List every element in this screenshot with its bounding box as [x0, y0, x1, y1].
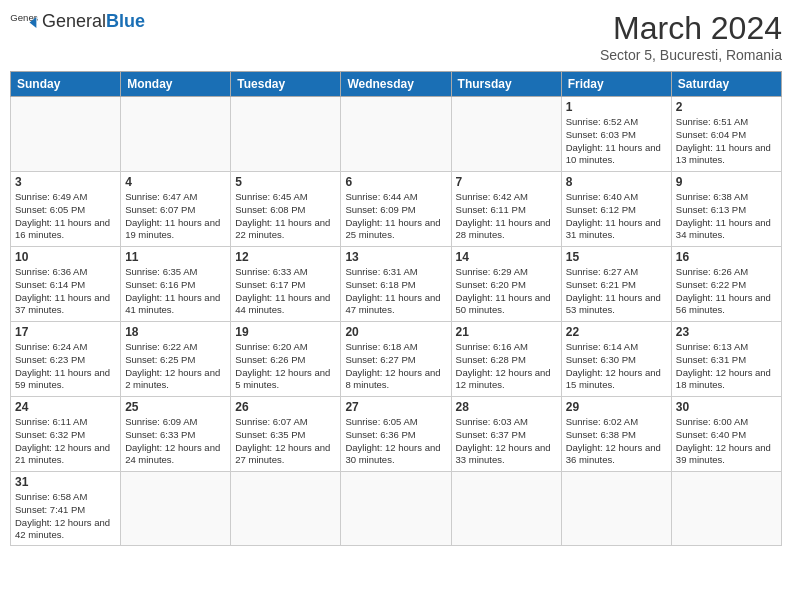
- day-info: Sunrise: 6:02 AM Sunset: 6:38 PM Dayligh…: [566, 416, 667, 467]
- calendar-week-row: 3Sunrise: 6:49 AM Sunset: 6:05 PM Daylig…: [11, 172, 782, 247]
- day-number: 14: [456, 250, 557, 264]
- day-info: Sunrise: 6:36 AM Sunset: 6:14 PM Dayligh…: [15, 266, 116, 317]
- day-info: Sunrise: 6:38 AM Sunset: 6:13 PM Dayligh…: [676, 191, 777, 242]
- day-header-wednesday: Wednesday: [341, 72, 451, 97]
- logo: General GeneralBlue: [10, 10, 145, 32]
- calendar-cell: [121, 472, 231, 546]
- calendar-table: SundayMondayTuesdayWednesdayThursdayFrid…: [10, 71, 782, 546]
- title-area: March 2024 Sector 5, Bucuresti, Romania: [600, 10, 782, 63]
- day-info: Sunrise: 6:33 AM Sunset: 6:17 PM Dayligh…: [235, 266, 336, 317]
- calendar-cell: 31Sunrise: 6:58 AM Sunset: 7:41 PM Dayli…: [11, 472, 121, 546]
- calendar-week-row: 24Sunrise: 6:11 AM Sunset: 6:32 PM Dayli…: [11, 397, 782, 472]
- day-info: Sunrise: 6:47 AM Sunset: 6:07 PM Dayligh…: [125, 191, 226, 242]
- day-number: 15: [566, 250, 667, 264]
- calendar-cell: [341, 472, 451, 546]
- calendar-cell: 28Sunrise: 6:03 AM Sunset: 6:37 PM Dayli…: [451, 397, 561, 472]
- calendar-cell: 8Sunrise: 6:40 AM Sunset: 6:12 PM Daylig…: [561, 172, 671, 247]
- day-number: 12: [235, 250, 336, 264]
- calendar-cell: 30Sunrise: 6:00 AM Sunset: 6:40 PM Dayli…: [671, 397, 781, 472]
- calendar-cell: 2Sunrise: 6:51 AM Sunset: 6:04 PM Daylig…: [671, 97, 781, 172]
- day-number: 9: [676, 175, 777, 189]
- day-number: 5: [235, 175, 336, 189]
- day-header-thursday: Thursday: [451, 72, 561, 97]
- day-info: Sunrise: 6:22 AM Sunset: 6:25 PM Dayligh…: [125, 341, 226, 392]
- day-info: Sunrise: 6:09 AM Sunset: 6:33 PM Dayligh…: [125, 416, 226, 467]
- day-number: 6: [345, 175, 446, 189]
- calendar-header-row: SundayMondayTuesdayWednesdayThursdayFrid…: [11, 72, 782, 97]
- calendar-cell: 7Sunrise: 6:42 AM Sunset: 6:11 PM Daylig…: [451, 172, 561, 247]
- day-number: 8: [566, 175, 667, 189]
- calendar-cell: 13Sunrise: 6:31 AM Sunset: 6:18 PM Dayli…: [341, 247, 451, 322]
- calendar-cell: 9Sunrise: 6:38 AM Sunset: 6:13 PM Daylig…: [671, 172, 781, 247]
- day-info: Sunrise: 6:11 AM Sunset: 6:32 PM Dayligh…: [15, 416, 116, 467]
- day-number: 23: [676, 325, 777, 339]
- calendar-week-row: 31Sunrise: 6:58 AM Sunset: 7:41 PM Dayli…: [11, 472, 782, 546]
- calendar-cell: 11Sunrise: 6:35 AM Sunset: 6:16 PM Dayli…: [121, 247, 231, 322]
- day-number: 24: [15, 400, 116, 414]
- day-header-tuesday: Tuesday: [231, 72, 341, 97]
- calendar-cell: 24Sunrise: 6:11 AM Sunset: 6:32 PM Dayli…: [11, 397, 121, 472]
- calendar-cell: 18Sunrise: 6:22 AM Sunset: 6:25 PM Dayli…: [121, 322, 231, 397]
- calendar-cell: 22Sunrise: 6:14 AM Sunset: 6:30 PM Dayli…: [561, 322, 671, 397]
- calendar-cell: 3Sunrise: 6:49 AM Sunset: 6:05 PM Daylig…: [11, 172, 121, 247]
- header: General GeneralBlue March 2024 Sector 5,…: [10, 10, 782, 63]
- day-info: Sunrise: 6:51 AM Sunset: 6:04 PM Dayligh…: [676, 116, 777, 167]
- calendar-cell: 4Sunrise: 6:47 AM Sunset: 6:07 PM Daylig…: [121, 172, 231, 247]
- calendar-cell: [561, 472, 671, 546]
- day-info: Sunrise: 6:27 AM Sunset: 6:21 PM Dayligh…: [566, 266, 667, 317]
- month-title: March 2024: [600, 10, 782, 47]
- day-header-sunday: Sunday: [11, 72, 121, 97]
- day-number: 2: [676, 100, 777, 114]
- day-info: Sunrise: 6:52 AM Sunset: 6:03 PM Dayligh…: [566, 116, 667, 167]
- calendar-cell: 27Sunrise: 6:05 AM Sunset: 6:36 PM Dayli…: [341, 397, 451, 472]
- day-number: 16: [676, 250, 777, 264]
- calendar-cell: 17Sunrise: 6:24 AM Sunset: 6:23 PM Dayli…: [11, 322, 121, 397]
- day-number: 25: [125, 400, 226, 414]
- calendar-cell: [671, 472, 781, 546]
- day-number: 19: [235, 325, 336, 339]
- day-number: 31: [15, 475, 116, 489]
- day-info: Sunrise: 6:42 AM Sunset: 6:11 PM Dayligh…: [456, 191, 557, 242]
- day-info: Sunrise: 6:35 AM Sunset: 6:16 PM Dayligh…: [125, 266, 226, 317]
- calendar-cell: 5Sunrise: 6:45 AM Sunset: 6:08 PM Daylig…: [231, 172, 341, 247]
- calendar-cell: 21Sunrise: 6:16 AM Sunset: 6:28 PM Dayli…: [451, 322, 561, 397]
- calendar-cell: 29Sunrise: 6:02 AM Sunset: 6:38 PM Dayli…: [561, 397, 671, 472]
- day-number: 30: [676, 400, 777, 414]
- day-number: 10: [15, 250, 116, 264]
- calendar-cell: 25Sunrise: 6:09 AM Sunset: 6:33 PM Dayli…: [121, 397, 231, 472]
- day-header-saturday: Saturday: [671, 72, 781, 97]
- calendar-week-row: 17Sunrise: 6:24 AM Sunset: 6:23 PM Dayli…: [11, 322, 782, 397]
- calendar-cell: 6Sunrise: 6:44 AM Sunset: 6:09 PM Daylig…: [341, 172, 451, 247]
- day-header-monday: Monday: [121, 72, 231, 97]
- day-number: 7: [456, 175, 557, 189]
- calendar-cell: [451, 472, 561, 546]
- calendar-cell: 10Sunrise: 6:36 AM Sunset: 6:14 PM Dayli…: [11, 247, 121, 322]
- day-number: 17: [15, 325, 116, 339]
- day-header-friday: Friday: [561, 72, 671, 97]
- calendar-cell: 14Sunrise: 6:29 AM Sunset: 6:20 PM Dayli…: [451, 247, 561, 322]
- calendar-cell: [231, 472, 341, 546]
- day-number: 22: [566, 325, 667, 339]
- day-info: Sunrise: 6:44 AM Sunset: 6:09 PM Dayligh…: [345, 191, 446, 242]
- day-number: 28: [456, 400, 557, 414]
- day-info: Sunrise: 6:49 AM Sunset: 6:05 PM Dayligh…: [15, 191, 116, 242]
- calendar-cell: 1Sunrise: 6:52 AM Sunset: 6:03 PM Daylig…: [561, 97, 671, 172]
- day-number: 27: [345, 400, 446, 414]
- day-info: Sunrise: 6:45 AM Sunset: 6:08 PM Dayligh…: [235, 191, 336, 242]
- day-number: 4: [125, 175, 226, 189]
- day-info: Sunrise: 6:05 AM Sunset: 6:36 PM Dayligh…: [345, 416, 446, 467]
- day-number: 20: [345, 325, 446, 339]
- day-info: Sunrise: 6:31 AM Sunset: 6:18 PM Dayligh…: [345, 266, 446, 317]
- calendar-cell: 16Sunrise: 6:26 AM Sunset: 6:22 PM Dayli…: [671, 247, 781, 322]
- calendar-cell: 20Sunrise: 6:18 AM Sunset: 6:27 PM Dayli…: [341, 322, 451, 397]
- day-info: Sunrise: 6:03 AM Sunset: 6:37 PM Dayligh…: [456, 416, 557, 467]
- day-info: Sunrise: 6:29 AM Sunset: 6:20 PM Dayligh…: [456, 266, 557, 317]
- calendar-cell: 12Sunrise: 6:33 AM Sunset: 6:17 PM Dayli…: [231, 247, 341, 322]
- day-number: 29: [566, 400, 667, 414]
- day-info: Sunrise: 6:58 AM Sunset: 7:41 PM Dayligh…: [15, 491, 116, 542]
- calendar-week-row: 1Sunrise: 6:52 AM Sunset: 6:03 PM Daylig…: [11, 97, 782, 172]
- day-info: Sunrise: 6:20 AM Sunset: 6:26 PM Dayligh…: [235, 341, 336, 392]
- day-info: Sunrise: 6:26 AM Sunset: 6:22 PM Dayligh…: [676, 266, 777, 317]
- calendar-cell: [231, 97, 341, 172]
- day-info: Sunrise: 6:14 AM Sunset: 6:30 PM Dayligh…: [566, 341, 667, 392]
